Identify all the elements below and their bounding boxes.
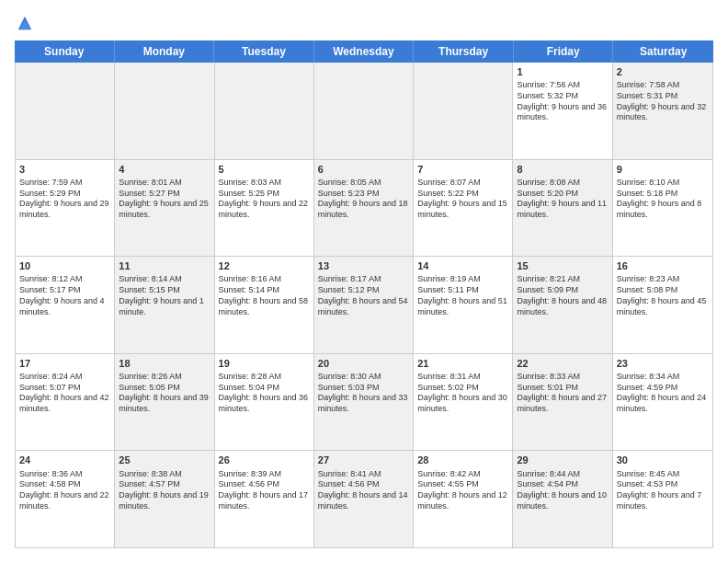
day-info-line: Sunset: 5:14 PM xyxy=(219,285,310,296)
day-info-line: Sunrise: 8:36 AM xyxy=(19,469,110,480)
day-info-line: Daylight: 9 hours and 29 minutes. xyxy=(19,199,110,220)
day-number: 18 xyxy=(119,357,210,370)
day-cell-23: 23Sunrise: 8:34 AMSunset: 4:59 PMDayligh… xyxy=(613,354,712,451)
day-info-line: Sunset: 5:29 PM xyxy=(19,189,110,200)
day-cell-9: 9Sunrise: 8:10 AMSunset: 5:18 PMDaylight… xyxy=(613,160,712,257)
calendar-row-3: 17Sunrise: 8:24 AMSunset: 5:07 PMDayligh… xyxy=(16,354,712,452)
day-info-line: Daylight: 8 hours and 48 minutes. xyxy=(517,296,608,317)
day-info-line: Daylight: 8 hours and 22 minutes. xyxy=(19,490,110,511)
day-cell-1: 1Sunrise: 7:56 AMSunset: 5:32 PMDaylight… xyxy=(513,63,612,159)
day-cell-11: 11Sunrise: 8:14 AMSunset: 5:15 PMDayligh… xyxy=(115,257,214,353)
day-number: 13 xyxy=(318,259,409,272)
day-info-line: Sunrise: 8:44 AM xyxy=(517,469,608,480)
day-number: 4 xyxy=(119,163,210,176)
logo-icon xyxy=(17,15,33,31)
day-cell-17: 17Sunrise: 8:24 AMSunset: 5:07 PMDayligh… xyxy=(16,354,115,451)
day-number: 1 xyxy=(517,65,608,78)
calendar-row-4: 24Sunrise: 8:36 AMSunset: 4:58 PMDayligh… xyxy=(16,451,712,547)
day-info-line: Sunset: 5:27 PM xyxy=(119,189,210,200)
header-day-thursday: Thursday xyxy=(414,40,514,63)
header-day-wednesday: Wednesday xyxy=(314,40,415,63)
day-number: 5 xyxy=(219,163,310,176)
day-info-line: Sunset: 5:32 PM xyxy=(517,91,608,102)
day-info-line: Sunrise: 8:38 AM xyxy=(119,469,210,480)
day-info-line: Sunset: 5:09 PM xyxy=(517,285,608,296)
day-cell-24: 24Sunrise: 8:36 AMSunset: 4:58 PMDayligh… xyxy=(16,451,115,547)
day-cell-16: 16Sunrise: 8:23 AMSunset: 5:08 PMDayligh… xyxy=(613,257,712,353)
day-number: 21 xyxy=(417,357,508,370)
day-info-line: Daylight: 8 hours and 12 minutes. xyxy=(417,490,508,511)
day-cell-22: 22Sunrise: 8:33 AMSunset: 5:01 PMDayligh… xyxy=(513,354,612,451)
day-number: 28 xyxy=(417,454,508,466)
day-info-line: Daylight: 8 hours and 19 minutes. xyxy=(119,490,210,511)
day-info-line: Sunset: 5:22 PM xyxy=(417,189,508,200)
day-number: 16 xyxy=(617,259,709,272)
day-info-line: Sunrise: 8:31 AM xyxy=(417,372,508,383)
day-info-line: Sunrise: 8:14 AM xyxy=(119,274,210,285)
day-info-line: Sunrise: 8:19 AM xyxy=(417,274,508,285)
day-info-line: Daylight: 8 hours and 51 minutes. xyxy=(417,296,508,317)
day-info-line: Daylight: 8 hours and 45 minutes. xyxy=(617,296,709,317)
calendar-row-0: 1Sunrise: 7:56 AMSunset: 5:32 PMDaylight… xyxy=(16,63,712,160)
empty-cell xyxy=(414,63,513,159)
empty-cell xyxy=(314,63,414,159)
day-info-line: Sunrise: 7:56 AM xyxy=(517,80,608,91)
day-info-line: Daylight: 9 hours and 36 minutes. xyxy=(517,102,608,123)
day-cell-15: 15Sunrise: 8:21 AMSunset: 5:09 PMDayligh… xyxy=(513,257,612,353)
day-info-line: Sunrise: 8:21 AM xyxy=(517,274,608,285)
day-info-line: Daylight: 9 hours and 32 minutes. xyxy=(617,102,709,123)
day-cell-5: 5Sunrise: 8:03 AMSunset: 5:25 PMDaylight… xyxy=(215,160,314,257)
day-info-line: Sunrise: 8:34 AM xyxy=(617,372,709,383)
day-info-line: Sunrise: 8:23 AM xyxy=(617,274,709,285)
day-number: 3 xyxy=(19,163,110,176)
day-cell-21: 21Sunrise: 8:31 AMSunset: 5:02 PMDayligh… xyxy=(414,354,513,451)
day-info-line: Daylight: 8 hours and 58 minutes. xyxy=(219,296,310,317)
day-info-line: Daylight: 9 hours and 1 minute. xyxy=(119,296,210,317)
day-number: 17 xyxy=(19,357,110,370)
day-info-line: Sunset: 5:03 PM xyxy=(318,383,409,394)
day-info-line: Sunrise: 8:30 AM xyxy=(318,372,409,383)
day-info-line: Sunset: 4:56 PM xyxy=(318,479,409,490)
page: SundayMondayTuesdayWednesdayThursdayFrid… xyxy=(0,0,728,563)
day-info-line: Sunset: 5:18 PM xyxy=(617,189,709,200)
day-info-line: Daylight: 9 hours and 4 minutes. xyxy=(19,296,110,317)
day-info-line: Sunset: 5:15 PM xyxy=(119,285,210,296)
day-info-line: Sunrise: 8:05 AM xyxy=(318,178,409,189)
day-info-line: Daylight: 8 hours and 10 minutes. xyxy=(517,490,608,511)
day-info-line: Sunset: 5:05 PM xyxy=(119,383,210,394)
day-info-line: Daylight: 9 hours and 11 minutes. xyxy=(517,199,608,220)
day-info-line: Sunset: 5:17 PM xyxy=(19,285,110,296)
day-info-line: Sunrise: 8:28 AM xyxy=(219,372,310,383)
day-info-line: Daylight: 8 hours and 33 minutes. xyxy=(318,393,409,414)
day-info-line: Sunset: 5:31 PM xyxy=(617,91,709,102)
day-number: 24 xyxy=(19,454,110,466)
day-number: 20 xyxy=(318,357,409,370)
day-info-line: Daylight: 8 hours and 17 minutes. xyxy=(219,490,310,511)
day-info-line: Sunrise: 8:16 AM xyxy=(219,274,310,285)
day-info-line: Daylight: 8 hours and 30 minutes. xyxy=(417,393,508,414)
day-info-line: Daylight: 9 hours and 22 minutes. xyxy=(219,199,310,220)
day-number: 30 xyxy=(617,454,709,466)
day-info-line: Sunset: 5:04 PM xyxy=(219,383,310,394)
calendar-row-2: 10Sunrise: 8:12 AMSunset: 5:17 PMDayligh… xyxy=(16,257,712,354)
day-info-line: Sunrise: 8:42 AM xyxy=(417,469,508,480)
day-info-line: Daylight: 8 hours and 36 minutes. xyxy=(219,393,310,414)
day-cell-29: 29Sunrise: 8:44 AMSunset: 4:54 PMDayligh… xyxy=(513,451,612,547)
day-info-line: Sunrise: 8:17 AM xyxy=(318,274,409,285)
day-info-line: Sunset: 4:53 PM xyxy=(617,479,709,490)
day-info-line: Daylight: 8 hours and 27 minutes. xyxy=(517,393,608,414)
day-info-line: Sunrise: 8:41 AM xyxy=(318,469,409,480)
calendar-row-1: 3Sunrise: 7:59 AMSunset: 5:29 PMDaylight… xyxy=(16,160,712,258)
day-info-line: Daylight: 8 hours and 54 minutes. xyxy=(318,296,409,317)
day-info-line: Daylight: 8 hours and 24 minutes. xyxy=(617,393,709,414)
day-number: 23 xyxy=(617,357,709,370)
day-info-line: Daylight: 8 hours and 14 minutes. xyxy=(318,490,409,511)
day-cell-18: 18Sunrise: 8:26 AMSunset: 5:05 PMDayligh… xyxy=(115,354,214,451)
day-info-line: Sunset: 5:07 PM xyxy=(19,383,110,394)
day-info-line: Sunset: 5:23 PM xyxy=(318,189,409,200)
day-info-line: Daylight: 9 hours and 15 minutes. xyxy=(417,199,508,220)
day-info-line: Sunrise: 8:39 AM xyxy=(219,469,310,480)
calendar-header: SundayMondayTuesdayWednesdayThursdayFrid… xyxy=(15,40,713,63)
day-cell-19: 19Sunrise: 8:28 AMSunset: 5:04 PMDayligh… xyxy=(215,354,314,451)
day-info-line: Sunrise: 8:33 AM xyxy=(517,372,608,383)
